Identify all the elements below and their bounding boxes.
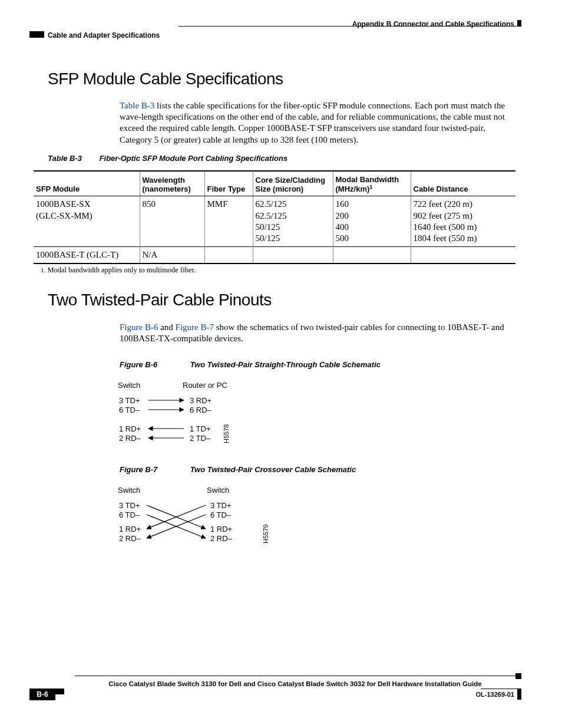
figure-b7-title: Two Twisted-Pair Crossover Cable Schemat… [190, 465, 356, 474]
f6-r1: 3 RD+ [190, 396, 211, 405]
footer-title: Cisco Catalyst Blade Switch 3130 for Del… [75, 680, 515, 687]
table-footnote: 1. Modal bandwidth applies only to multi… [41, 266, 196, 275]
f6-r3: 1 TD+ [190, 424, 211, 433]
cell-wavelength: 850 [140, 196, 204, 247]
f6-l2: 6 TD– [119, 406, 140, 414]
header-left-block [29, 31, 44, 38]
footer-rule [75, 676, 515, 676]
f6-l4: 2 RD– [119, 434, 141, 443]
f7-code: H5579 [262, 525, 269, 543]
th-module: SFP Module [34, 171, 140, 196]
header-rule [178, 26, 521, 27]
table-header-row: SFP Module Wavelength (nanometers) Fiber… [34, 171, 515, 196]
footnote-text: Modal bandwidth applies only to multimod… [47, 266, 196, 274]
para-sfp: Table B-3 lists the cable specifications… [120, 100, 514, 146]
f7-r1: 3 TD+ [210, 501, 232, 510]
f6-left-head: Switch [118, 381, 140, 390]
cell-wavelength: N/A [140, 247, 204, 264]
cell-dist [411, 247, 515, 264]
figure-b6-title: Two Twisted-Pair Straight-Through Cable … [190, 360, 381, 369]
f6-l1: 3 TD+ [119, 396, 140, 405]
running-header-right: Appendix B Connector and Cable Specifica… [352, 20, 514, 28]
th-core: Core Size/Cladding Size (micron) [253, 171, 333, 196]
heading-twisted-pair: Two Twisted-Pair Cable Pinouts [48, 291, 272, 309]
f7-cross-icon [146, 498, 210, 556]
f7-l1: 3 TD+ [119, 501, 140, 510]
th-distance: Cable Distance [411, 171, 515, 196]
footnote-num: 1. [41, 266, 45, 274]
cell-fiber: MMF [204, 196, 253, 247]
cell-module: 1000BASE-SX (GLC-SX-MM) [34, 196, 140, 247]
link-figure-b7[interactable]: Figure B-7 [176, 322, 214, 332]
figure-b6-caption: Figure B-6 Two Twisted-Pair Straight-Thr… [120, 360, 381, 369]
heading-sfp: SFP Module Cable Specifications [48, 70, 283, 88]
f7-right-head: Switch [207, 486, 229, 495]
cell-dist: 722 feet (220 m) 902 feet (275 m) 1640 f… [411, 196, 515, 247]
table-row: 1000BASE-SX (GLC-SX-MM) 850 MMF 62.5/125… [34, 196, 515, 247]
f7-r2: 6 TD– [210, 510, 231, 519]
f6-r4: 2 TD– [190, 434, 210, 443]
table-caption-num: Table B-3 [48, 154, 97, 163]
f6-code: H5578 [223, 424, 230, 443]
figure-b6-num: Figure B-6 [120, 360, 188, 369]
f6-right-head: Router or PC [183, 381, 227, 390]
cell-core [253, 247, 333, 264]
f7-r3: 1 RD+ [210, 525, 232, 533]
footer-end-block [515, 673, 521, 679]
footer-doc-id: OL-13269-01 [476, 691, 514, 698]
th-bandwidth: Modal Bandwidth (MHz/km)1 [333, 171, 411, 196]
f7-l2: 6 TD– [119, 510, 140, 519]
footer-doc-rule [481, 689, 521, 689]
footer-doc-block [517, 689, 521, 700]
table-caption: Table B-3 Fiber-Optic SFP Module Port Ca… [48, 154, 287, 163]
cell-bw: 160 200 400 500 [333, 196, 411, 247]
f7-r4: 2 RD– [210, 534, 232, 543]
cell-core: 62.5/125 62.5/125 50/125 50/125 [253, 196, 333, 247]
header-end-block [517, 20, 521, 27]
cell-bw [333, 247, 411, 264]
figure-b7-caption: Figure B-7 Two Twisted-Pair Crossover Ca… [120, 465, 356, 474]
cell-module: 1000BASE-T (GLC-T) [34, 247, 140, 264]
running-header-left: Cable and Adapter Specifications [48, 31, 160, 39]
f7-l4: 2 RD– [119, 534, 141, 543]
table-row: 1000BASE-T (GLC-T) N/A [34, 247, 515, 264]
para-sfp-text: lists the cable specifications for the f… [120, 101, 505, 144]
link-table-b3[interactable]: Table B-3 [120, 101, 154, 110]
table-sfp-spec: SFP Module Wavelength (nanometers) Fiber… [34, 170, 515, 264]
f6-l3: 1 RD+ [119, 424, 141, 433]
f6-r2: 6 RD– [190, 406, 211, 414]
para-twisted: Figure B-6 and Figure B-7 show the schem… [120, 322, 515, 344]
f7-left-head: Switch [118, 486, 140, 495]
f6-arrows-icon [147, 393, 189, 457]
f7-l3: 1 RD+ [119, 525, 141, 533]
figure-b7-num: Figure B-7 [120, 465, 188, 474]
th-wavelength: Wavelength (nanometers) [140, 171, 204, 196]
page-number: B-6 [29, 689, 55, 700]
th-fiber: Fiber Type [204, 171, 253, 196]
page: Appendix B Connector and Cable Specifica… [0, 0, 562, 728]
table-caption-text: Fiber-Optic SFP Module Port Cabling Spec… [100, 154, 288, 163]
link-figure-b6[interactable]: Figure B-6 [120, 322, 158, 332]
cell-fiber [204, 247, 253, 264]
